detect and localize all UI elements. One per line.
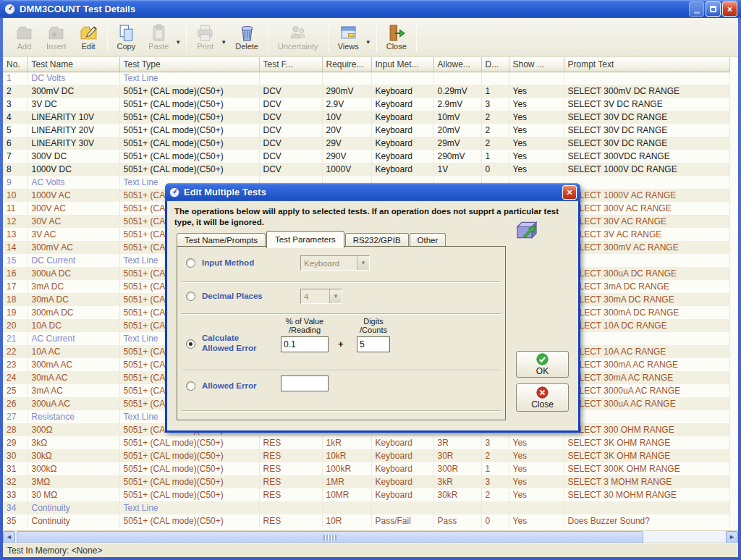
window-close-button[interactable]: × (722, 1, 737, 17)
paste-icon (150, 24, 168, 42)
cell-allowed (433, 72, 481, 85)
column-header[interactable]: Test F... (259, 57, 322, 72)
toolbar-button-copy[interactable]: Copy (111, 20, 143, 54)
cell-show: Yes (509, 475, 564, 488)
column-header[interactable]: Prompt Text (564, 57, 729, 72)
cell-test-name: LINEARITY 30V (27, 137, 119, 150)
table-row[interactable]: 1 DC Volts Text Line (3, 72, 729, 85)
cell-test-name: AC Current (27, 332, 119, 345)
edit-multiple-tests-dialog: Edit Multiple Tests × The operations bel… (165, 183, 580, 433)
column-header[interactable]: Show ... (509, 57, 564, 72)
scroll-right-icon[interactable]: ► (726, 531, 738, 543)
scroll-left-icon[interactable]: ◄ (3, 531, 15, 543)
digits-counts-input[interactable] (357, 336, 390, 352)
cell-test-func: DCV (259, 98, 322, 111)
column-header[interactable]: Require... (322, 57, 371, 72)
cell-prompt-text (564, 72, 729, 85)
decimal-places-radio[interactable] (186, 292, 195, 301)
cell-required (322, 501, 371, 514)
cell-no: 19 (3, 306, 27, 319)
chevron-down-icon[interactable]: ▼ (175, 39, 181, 46)
cell-required: 20V (322, 124, 371, 137)
column-header[interactable]: Allowe... (433, 57, 481, 72)
cell-test-name: AC Volts (27, 176, 119, 189)
table-row[interactable]: 35 Continuity 5051+ (CAL mode)(C50+) RES… (3, 514, 729, 527)
table-row[interactable]: 6 LINEARITY 30V 5051+ (CAL mode)(C50+) D… (3, 137, 729, 150)
chevron-down-icon[interactable]: ▼ (329, 289, 342, 303)
maximize-button[interactable] (706, 1, 721, 17)
table-row[interactable]: 4 LINEARITY 10V 5051+ (CAL mode)(C50+) D… (3, 111, 729, 124)
column-header[interactable]: No. (3, 57, 27, 72)
table-row[interactable]: 32 3MΩ 5051+ (CAL mode)(C50+) RES 1MR Ke… (3, 475, 729, 488)
allowed-error-input[interactable] (281, 376, 329, 391)
copy-icon (117, 24, 135, 42)
cell-prompt-text: SELECT 30V AC RANGE (564, 215, 729, 228)
horizontal-scrollbar[interactable]: ◄ ► (3, 530, 738, 543)
pct-of-value-input[interactable] (281, 336, 329, 352)
tab-test-parameters[interactable]: Test Parameters (266, 231, 344, 248)
table-row[interactable]: 30 30kΩ 5051+ (CAL mode)(C50+) RES 10kR … (3, 449, 729, 462)
cell-required: 10MR (322, 488, 371, 501)
cell-decimals: 1 (481, 462, 509, 475)
cell-prompt-text (564, 410, 729, 423)
cell-test-name: 3MΩ (27, 475, 119, 488)
cell-test-name: LINEARITY 10V (27, 111, 119, 124)
column-header[interactable]: Input Met... (371, 57, 433, 72)
cell-test-func: DCV (259, 137, 322, 150)
table-row[interactable]: 5 LINEARITY 20V 5051+ (CAL mode)(C50+) D… (3, 124, 729, 137)
title-bar: DMM3COUNT Test Details × (0, 0, 741, 18)
toolbar-button-edit[interactable]: Edit (73, 20, 104, 54)
table-row[interactable]: 33 30 MΩ 5051+ (CAL mode)(C50+) RES 10MR… (3, 488, 729, 501)
cell-test-type: 5051+ (CAL mode)(C50+) (119, 475, 259, 488)
cell-no: 20 (3, 319, 27, 332)
minimize-button[interactable] (689, 1, 704, 17)
table-row[interactable]: 34 Continuity Text Line (3, 501, 729, 514)
cell-show: Yes (509, 137, 564, 150)
tab-other[interactable]: Other (410, 233, 446, 247)
toolbar-button-delete[interactable]: Delete (229, 20, 265, 54)
table-row[interactable]: 3 3V DC 5051+ (CAL mode)(C50+) DCV 2.9V … (3, 98, 729, 111)
scrollbar-thumb[interactable] (17, 531, 643, 543)
column-header[interactable]: Test Name (27, 57, 119, 72)
table-row[interactable]: 29 3kΩ 5051+ (CAL mode)(C50+) RES 1kR Ke… (3, 436, 729, 449)
decimal-places-select[interactable]: 4 ▼ (300, 289, 342, 304)
cell-prompt-text: SELECT 30mA DC RANGE (564, 293, 729, 306)
cell-required: 10R (322, 514, 371, 527)
tab-rs232-gpib[interactable]: RS232/GPIB (345, 233, 409, 247)
chevron-down-icon[interactable]: ▼ (365, 39, 371, 46)
cell-show: Yes (509, 488, 564, 501)
cell-prompt-text: SELECT 30V DC RANGE (564, 137, 729, 150)
toolbar-button-close[interactable]: Close (380, 20, 413, 54)
table-row[interactable]: 7 300V DC 5051+ (CAL mode)(C50+) DCV 290… (3, 150, 729, 163)
cell-test-type: 5051+ (CAL mode)(C50+) (119, 150, 259, 163)
chevron-down-icon[interactable]: ▼ (221, 39, 226, 46)
table-row[interactable]: 2 300mV DC 5051+ (CAL mode)(C50+) DCV 29… (3, 85, 729, 98)
toolbar-button-views[interactable]: Views (331, 20, 365, 54)
cell-prompt-text: SELECT 300mV AC RANGE (564, 241, 729, 254)
cell-no: 1 (3, 72, 27, 85)
cell-required: 10kR (322, 449, 371, 462)
input-method-select[interactable]: Keyboard ▼ (300, 255, 370, 271)
cell-allowed: 3R (433, 436, 481, 449)
close-button[interactable]: Close (516, 383, 569, 412)
cell-test-name: Resistance (27, 410, 119, 423)
dialog-close-icon[interactable]: × (562, 185, 577, 200)
calculate-allowed-error-radio[interactable] (186, 339, 195, 349)
cell-decimals: 3 (481, 98, 509, 111)
cell-decimals: 2 (481, 124, 509, 137)
toolbar-button-label: Close (386, 42, 407, 51)
column-header[interactable]: D... (481, 57, 509, 72)
column-header[interactable]: Test Type (119, 57, 259, 72)
cell-allowed: 1V (433, 163, 481, 176)
cell-no: 28 (3, 423, 27, 436)
chevron-down-icon[interactable]: ▼ (357, 256, 369, 270)
cell-test-name: 10A AC (27, 345, 119, 358)
allowed-error-radio[interactable] (186, 381, 195, 391)
cell-no: 30 (3, 449, 27, 462)
table-row[interactable]: 31 300kΩ 5051+ (CAL mode)(C50+) RES 100k… (3, 462, 729, 475)
ok-button[interactable]: OK (516, 351, 569, 378)
multi-edit-icon (513, 216, 541, 244)
input-method-radio[interactable] (186, 258, 195, 268)
tab-test-name-prompts[interactable]: Test Name/Prompts (177, 233, 266, 247)
table-row[interactable]: 8 1000V DC 5051+ (CAL mode)(C50+) DCV 10… (3, 163, 729, 176)
